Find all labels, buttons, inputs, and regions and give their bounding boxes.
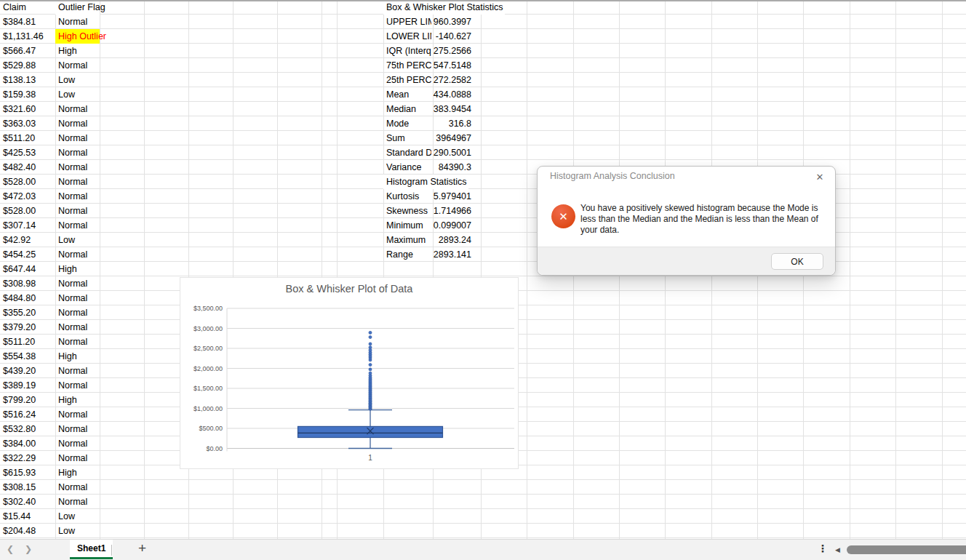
- flag-cell[interactable]: Normal: [55, 58, 100, 73]
- stats-subtitle[interactable]: Histogram Statistics: [383, 175, 468, 189]
- more-menu-icon[interactable]: ⋮: [818, 543, 828, 554]
- flag-cell[interactable]: Low: [55, 233, 100, 247]
- claim-cell[interactable]: $15.44: [0, 509, 55, 524]
- flag-cell[interactable]: Normal: [55, 451, 100, 465]
- claim-cell[interactable]: $516.24: [0, 407, 55, 422]
- stat-value-cell[interactable]: 275.2566: [433, 44, 476, 58]
- flag-cell[interactable]: Normal: [55, 495, 100, 509]
- horizontal-scrollbar-thumb[interactable]: [847, 545, 966, 554]
- stat-label-cell[interactable]: Range: [383, 247, 431, 262]
- claim-cell[interactable]: $529.88: [0, 58, 55, 73]
- flag-cell[interactable]: Normal: [55, 335, 100, 349]
- stat-label-cell[interactable]: UPPER LIMIT: [383, 15, 431, 29]
- flag-cell[interactable]: Normal: [55, 291, 100, 305]
- claim-cell[interactable]: $355.20: [0, 305, 55, 320]
- stat-label-cell[interactable]: Standard Deviation: [383, 145, 431, 160]
- claim-cell[interactable]: $384.00: [0, 436, 55, 451]
- prev-sheet-icon[interactable]: ❮: [4, 544, 16, 554]
- claim-cell[interactable]: $322.29: [0, 451, 55, 465]
- flag-cell[interactable]: Normal: [55, 407, 100, 422]
- flag-cell[interactable]: Low: [55, 87, 100, 102]
- claim-cell[interactable]: $566.47: [0, 44, 55, 58]
- claim-cell[interactable]: $799.20: [0, 393, 55, 407]
- claim-cell[interactable]: $528.00: [0, 204, 55, 218]
- claim-cell[interactable]: $484.80: [0, 291, 55, 305]
- flag-cell[interactable]: Normal: [55, 364, 100, 378]
- claim-cell[interactable]: $439.20: [0, 364, 55, 378]
- stat-value-cell[interactable]: 5.979401: [433, 189, 476, 204]
- flag-cell[interactable]: Low: [55, 524, 100, 538]
- stat-value-cell[interactable]: 1.714966: [433, 204, 476, 218]
- stat-value-cell[interactable]: 2893.24: [433, 233, 476, 247]
- ok-button[interactable]: OK: [771, 253, 823, 270]
- flag-cell[interactable]: Normal: [55, 218, 100, 233]
- flag-cell[interactable]: Normal: [55, 145, 100, 160]
- stat-value-cell[interactable]: 290.5001: [433, 145, 476, 160]
- stat-value-cell[interactable]: 3964967: [433, 131, 476, 145]
- claim-cell[interactable]: $321.60: [0, 102, 55, 116]
- claim-cell[interactable]: $482.40: [0, 160, 55, 175]
- tab-sheet1[interactable]: Sheet1: [70, 540, 113, 559]
- flag-cell[interactable]: High: [55, 262, 100, 276]
- flag-cell[interactable]: Normal: [55, 160, 100, 175]
- stat-value-cell[interactable]: 547.5148: [433, 58, 476, 73]
- stat-value-cell[interactable]: 316.8: [433, 116, 476, 131]
- claim-cell[interactable]: $1,131.46: [0, 29, 55, 44]
- stat-value-cell[interactable]: 960.3997: [433, 15, 476, 29]
- stat-label-cell[interactable]: Median: [383, 102, 431, 116]
- flag-cell[interactable]: Normal: [55, 102, 100, 116]
- flag-cell[interactable]: Normal: [55, 320, 100, 335]
- flag-cell[interactable]: Low: [55, 73, 100, 87]
- stat-label-cell[interactable]: Skewness: [383, 204, 431, 218]
- stat-label-cell[interactable]: Sum: [383, 131, 431, 145]
- flag-cell[interactable]: Normal: [55, 247, 100, 262]
- claim-cell[interactable]: $42.92: [0, 233, 55, 247]
- stat-value-cell[interactable]: 84390.3: [433, 160, 476, 175]
- stat-label-cell[interactable]: 75th PERCENTILE: [383, 58, 431, 73]
- flag-cell[interactable]: Low: [55, 509, 100, 524]
- claim-cell[interactable]: $302.40: [0, 495, 55, 509]
- stat-label-cell[interactable]: IQR (Interquartile Range): [383, 44, 431, 58]
- flag-cell[interactable]: Normal: [55, 131, 100, 145]
- claim-cell[interactable]: $425.53: [0, 145, 55, 160]
- flag-cell[interactable]: Normal: [55, 422, 100, 436]
- claim-cell[interactable]: $554.38: [0, 349, 55, 364]
- claim-cell[interactable]: $307.14: [0, 218, 55, 233]
- stat-label-cell[interactable]: Variance: [383, 160, 431, 175]
- flag-cell[interactable]: High Outlier: [55, 29, 100, 44]
- claim-cell[interactable]: $511.20: [0, 131, 55, 145]
- claim-cell[interactable]: $159.38: [0, 87, 55, 102]
- claim-cell[interactable]: $528.00: [0, 175, 55, 189]
- flag-cell[interactable]: High: [55, 44, 100, 58]
- claims-header-flag[interactable]: Outlier Flag: [55, 0, 100, 15]
- claim-cell[interactable]: $511.20: [0, 335, 55, 349]
- flag-cell[interactable]: High: [55, 465, 100, 480]
- stat-label-cell[interactable]: Maximum: [383, 233, 431, 247]
- flag-cell[interactable]: Normal: [55, 175, 100, 189]
- flag-cell[interactable]: Normal: [55, 305, 100, 320]
- flag-cell[interactable]: Normal: [55, 15, 100, 29]
- stat-label-cell[interactable]: Kurtosis: [383, 189, 431, 204]
- claim-cell[interactable]: $363.03: [0, 116, 55, 131]
- stat-label-cell[interactable]: Mode: [383, 116, 431, 131]
- flag-cell[interactable]: Normal: [55, 436, 100, 451]
- stat-label-cell[interactable]: LOWER LIMIT: [383, 29, 431, 44]
- claim-cell[interactable]: $384.81: [0, 15, 55, 29]
- stats-title[interactable]: Box & Whisker Plot Statistics: [383, 0, 505, 15]
- stat-value-cell[interactable]: 2893.141: [433, 247, 476, 262]
- stat-label-cell[interactable]: Mean: [383, 87, 431, 102]
- stat-label-cell[interactable]: 25th PERCENTILE: [383, 73, 431, 87]
- claim-cell[interactable]: $532.80: [0, 422, 55, 436]
- flag-cell[interactable]: Normal: [55, 189, 100, 204]
- flag-cell[interactable]: High: [55, 393, 100, 407]
- flag-cell[interactable]: High: [55, 349, 100, 364]
- claim-cell[interactable]: $615.93: [0, 465, 55, 480]
- claim-cell[interactable]: $454.25: [0, 247, 55, 262]
- flag-cell[interactable]: Normal: [55, 116, 100, 131]
- claim-cell[interactable]: $379.20: [0, 320, 55, 335]
- flag-cell[interactable]: Normal: [55, 480, 100, 495]
- claim-cell[interactable]: $389.19: [0, 378, 55, 393]
- stat-value-cell[interactable]: 0.099007: [433, 218, 476, 233]
- claim-cell[interactable]: $308.15: [0, 480, 55, 495]
- stat-value-cell[interactable]: 272.2582: [433, 73, 476, 87]
